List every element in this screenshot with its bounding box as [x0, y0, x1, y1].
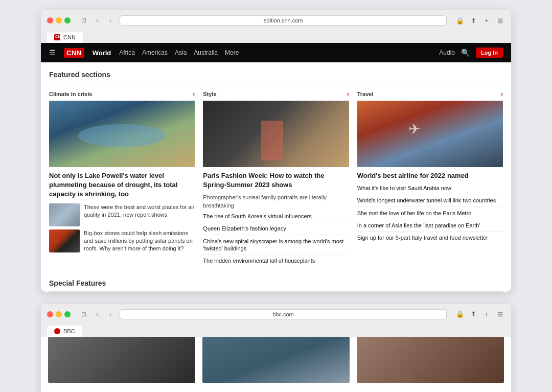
nav-link-asia[interactable]: Asia — [175, 49, 187, 56]
share-button[interactable]: ⬆ — [468, 15, 478, 26]
grid-icon[interactable]: ⊞ — [495, 15, 505, 26]
new-tab-button-bbc[interactable]: + — [481, 309, 492, 319]
featured-col-climate: Climate in crisis › Not only is Lake Pow… — [49, 90, 195, 267]
bbc-article-language: How an ancient language was unlocked The… — [357, 390, 504, 392]
style-main-title[interactable]: Paris Fashion Week: How to watch the Spr… — [203, 171, 349, 190]
climate-small-articles: These were the best and worst places for… — [49, 203, 195, 253]
cnn-logo: CNN — [64, 48, 84, 58]
browser-window-bbc: ⊡ ‹ › bbc.com 🔒 ⬆ + ⊞ BBC — [41, 304, 511, 392]
travel-arrow: › — [501, 90, 503, 98]
cnn-content: Featured sections Climate in crisis › No… — [41, 62, 511, 292]
climate-label-text: Climate in crisis — [49, 91, 92, 97]
titlebar-cnn: ⊡ ‹ › edition.cnn.com 🔒 ⬆ + ⊞ — [47, 15, 505, 26]
climate-main-title[interactable]: Not only is Lake Powell's water level pl… — [49, 171, 195, 199]
bbc-top-img-2 — [202, 337, 350, 383]
close-button-bbc[interactable] — [47, 311, 53, 317]
style-links: The rise of South Korea's virtual influe… — [203, 213, 349, 266]
nav-links: Africa Americas Asia Australia More — [119, 49, 239, 56]
tab-cnn[interactable]: CNN CNN — [47, 32, 83, 43]
forward-button-bbc[interactable]: › — [105, 309, 116, 319]
lake-powell-image — [49, 101, 195, 167]
featured-sections-header: Featured sections — [49, 71, 503, 83]
nav-link-more[interactable]: More — [225, 49, 239, 56]
close-button[interactable] — [47, 17, 53, 24]
new-tab-button[interactable]: + — [481, 15, 492, 26]
fullscreen-button[interactable] — [64, 17, 71, 24]
hamburger-menu[interactable]: ☰ — [49, 49, 56, 57]
bbc-favicon — [54, 328, 60, 334]
titlebar-bbc: ⊡ ‹ › bbc.com 🔒 ⬆ + ⊞ — [47, 309, 505, 319]
nav-link-americas[interactable]: Americas — [142, 49, 168, 56]
bbc-top-articles: The insidious rise of 'work creep' How g… — [48, 390, 504, 392]
bbc-top-img-row — [48, 337, 504, 383]
style-link-0[interactable]: The rise of South Korea's virtual influe… — [203, 213, 349, 222]
browser-navigation: ⊡ ‹ › — [79, 15, 116, 26]
small-article-smog: These were the best and worst places for… — [49, 203, 195, 226]
travel-link-3[interactable]: In a corner of Asia lies the 'last parad… — [357, 222, 503, 232]
style-subtitle: Photographer's surreal family portraits … — [203, 194, 349, 210]
travel-link-2[interactable]: She met the love of her life on the Pari… — [357, 210, 503, 219]
traffic-lights-cnn — [47, 17, 71, 24]
travel-link-4[interactable]: Sign up for our 9-part Italy travel and … — [357, 234, 503, 243]
nav-section: World — [93, 49, 111, 57]
style-link-1[interactable]: Queen Elizabeth's fashion legacy — [203, 225, 349, 235]
special-features-header: Special Features — [49, 273, 503, 292]
cnn-navbar: ☰ CNN World Africa Americas Asia Austral… — [41, 43, 511, 62]
style-link-3[interactable]: The hidden environmental toll of housepl… — [203, 257, 349, 266]
address-bar-bbc[interactable]: bbc.com — [120, 309, 447, 319]
search-icon[interactable]: 🔍 — [461, 49, 470, 57]
bbc-content: The insidious rise of 'work creep' How g… — [41, 337, 511, 392]
tab-label-cnn: CNN — [63, 34, 76, 40]
travel-label[interactable]: Travel › — [357, 90, 503, 98]
solar-image — [49, 229, 80, 252]
shield-icon: 🔒 — [455, 15, 465, 26]
login-button[interactable]: Log In — [476, 48, 503, 58]
travel-link-0[interactable]: What it's like to visit Saudi Arabia now — [357, 185, 503, 194]
back-button[interactable]: ‹ — [92, 15, 102, 26]
tab-label-bbc: BBC — [63, 328, 75, 334]
bbc-article-work: The insidious rise of 'work creep' How g… — [48, 390, 195, 392]
browser-action-buttons-bbc: 🔒 ⬆ + ⊞ — [455, 309, 505, 319]
work-article-title[interactable]: The insidious rise of 'work creep' — [48, 390, 195, 392]
bbc-top-img-1 — [48, 337, 195, 383]
browser-chrome-bbc: ⊡ ‹ › bbc.com 🔒 ⬆ + ⊞ BBC — [41, 304, 511, 337]
address-bar-cnn[interactable]: edition.cnn.com — [120, 15, 447, 26]
style-link-2[interactable]: China's new spiral skyscraper is among t… — [203, 238, 349, 255]
tab-bbc[interactable]: BBC — [47, 326, 82, 337]
nav-audio[interactable]: Audio — [439, 49, 455, 56]
nav-link-africa[interactable]: Africa — [119, 49, 135, 56]
share-button-bbc[interactable]: ⬆ — [468, 309, 478, 319]
browser-action-buttons: 🔒 ⬆ + ⊞ — [455, 15, 505, 26]
nav-right: Audio 🔍 Log In — [439, 48, 503, 58]
solar-article-text[interactable]: Big-box stores could help slash emission… — [84, 229, 195, 253]
shield-icon-bbc: 🔒 — [455, 309, 465, 319]
climate-label[interactable]: Climate in crisis › — [49, 90, 195, 98]
window-icon-bbc[interactable]: ⊡ — [79, 309, 89, 319]
browser-tabs-cnn: CNN CNN — [47, 30, 505, 43]
minimize-button[interactable] — [56, 17, 62, 24]
nav-link-australia[interactable]: Australia — [194, 49, 218, 56]
style-arrow: › — [347, 90, 349, 98]
small-article-solar: Big-box stores could help slash emission… — [49, 229, 195, 253]
window-icon[interactable]: ⊡ — [79, 15, 89, 26]
smog-article-text[interactable]: These were the best and worst places for… — [84, 203, 195, 219]
forward-button[interactable]: › — [105, 15, 116, 26]
cnn-body: ☰ CNN World Africa Americas Asia Austral… — [41, 43, 511, 292]
browser-tabs-bbc: BBC — [47, 324, 505, 337]
minimize-button-bbc[interactable] — [56, 311, 62, 317]
plane-image — [357, 101, 503, 167]
featured-grid: Climate in crisis › Not only is Lake Pow… — [49, 90, 503, 267]
grid-icon-bbc[interactable]: ⊞ — [495, 309, 505, 319]
language-article-title[interactable]: How an ancient language was unlocked — [357, 390, 504, 392]
climate-arrow: › — [193, 90, 195, 98]
bbc-body: The insidious rise of 'work creep' How g… — [41, 337, 511, 392]
cnn-favicon: CNN — [54, 34, 60, 40]
fullscreen-button-bbc[interactable] — [64, 311, 71, 317]
smog-image — [49, 203, 80, 226]
travel-link-1[interactable]: World's longest underwater tunnel will l… — [357, 197, 503, 206]
portugal-article-title[interactable]: Portugal's mysterious 'birthing stones' — [202, 390, 350, 392]
back-button-bbc[interactable]: ‹ — [92, 309, 102, 319]
travel-main-title[interactable]: World's best airline for 2022 named — [357, 171, 503, 180]
travel-links: What it's like to visit Saudi Arabia now… — [357, 185, 503, 243]
style-label[interactable]: Style › — [203, 90, 349, 98]
